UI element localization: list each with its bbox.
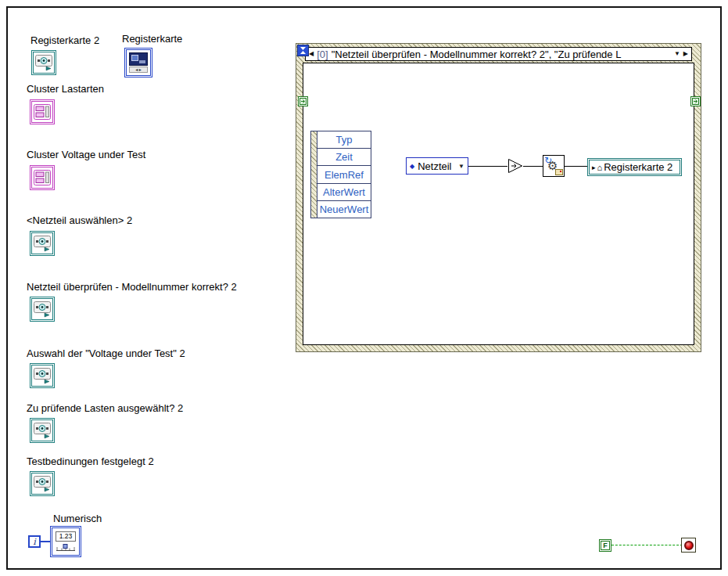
event-data-field[interactable]: Typ: [317, 131, 371, 148]
wire[interactable]: [41, 541, 50, 542]
tab-control-glyph-icon: [33, 235, 52, 252]
dropdown-arrow-icon[interactable]: ▼: [458, 163, 464, 170]
mini-document-icon: [555, 169, 563, 175]
dynamic-event-terminal-right[interactable]: [690, 96, 701, 106]
event-structure[interactable]: ◀ [0] "Netzteil überprüfen - Modellnumme…: [296, 43, 701, 352]
wire[interactable]: [523, 166, 543, 167]
cluster-glyph-icon: [33, 169, 52, 186]
tab-control-constant-icon[interactable]: ◂ ▸: [124, 48, 152, 77]
boolean-false-constant[interactable]: F: [599, 539, 611, 552]
event-terminal-glyph-icon: [299, 98, 307, 105]
wire[interactable]: [565, 166, 587, 167]
terminal-label: Netzteil überprüfen - Modellnummer korre…: [27, 281, 237, 293]
case-dropdown-icon[interactable]: ▼: [674, 51, 680, 57]
tab-control-glyph-icon: [34, 54, 53, 71]
wire[interactable]: [611, 545, 683, 545]
local-variable-registerkarte-2[interactable]: ▸ ⌂ Registerkarte 2: [587, 158, 682, 176]
next-case-arrow-icon[interactable]: ▶: [683, 51, 688, 57]
tab-control-glyph-icon: [33, 301, 52, 318]
tab-control-glyph-icon: [33, 475, 52, 492]
event-data-field[interactable]: Zeit: [317, 148, 371, 165]
tab-page-terminal-icon[interactable]: [30, 297, 55, 322]
stop-button-terminal[interactable]: [681, 538, 696, 553]
terminal-label: Cluster Lastarten: [27, 83, 104, 95]
prev-case-arrow-icon[interactable]: ◀: [309, 51, 314, 57]
tab-page-terminal-icon[interactable]: [30, 363, 55, 388]
timeout-terminal-icon[interactable]: [297, 45, 309, 56]
event-data-field[interactable]: NeuerWert: [317, 200, 371, 218]
enum-constant-label: Netzteil: [418, 160, 451, 172]
terminal-label: Registerkarte: [122, 33, 182, 45]
hourglass-icon: [299, 46, 307, 55]
wire[interactable]: [468, 166, 507, 167]
slider-glyph-icon: [55, 543, 77, 553]
terminal-label: Zu prüfende Lasten ausgewählt? 2: [27, 402, 183, 414]
event-terminal-glyph-icon: [692, 98, 699, 105]
write-arrow-icon: ▸: [592, 164, 596, 171]
tab-page-terminal-icon[interactable]: [30, 471, 55, 496]
local-variable-label: Registerkarte 2: [604, 161, 672, 173]
cluster-terminal-icon[interactable]: [30, 99, 55, 124]
conversion-node[interactable]: [507, 158, 523, 174]
event-case-title: "Netzteil überprüfen - Modellnummer korr…: [332, 49, 671, 60]
terminal-label: Auswahl der "Voltage under Test" 2: [27, 347, 185, 359]
cluster-terminal-icon[interactable]: [30, 165, 55, 190]
terminal-label: <Netzteil auswählen> 2: [27, 214, 132, 226]
event-data-node-handle[interactable]: [311, 131, 317, 218]
event-data-node[interactable]: Typ Zeit ElemRef AlterWert NeuerWert: [310, 131, 371, 218]
tab-control-glyph-icon: [33, 422, 52, 439]
numeric-value: 1.23: [56, 531, 76, 542]
tab-page-terminal-icon[interactable]: [30, 231, 55, 256]
local-variable-icon: ⌂: [597, 163, 603, 172]
event-data-field[interactable]: ElemRef: [317, 165, 371, 182]
terminal-label: Testbedinungen festgelegt 2: [27, 455, 154, 467]
numeric-indicator-icon[interactable]: 1.23: [50, 526, 81, 557]
tab-arrows-glyph-icon: ◂ ▸: [129, 67, 148, 73]
stop-button-icon: [684, 541, 694, 550]
terminal-label: Registerkarte 2: [30, 34, 99, 46]
tab-page-terminal-icon[interactable]: [30, 418, 55, 443]
loop-iteration-terminal[interactable]: i: [28, 535, 41, 548]
terminal-label: Numerisch: [53, 513, 102, 524]
terminal-label: Cluster Voltage under Test: [27, 149, 145, 160]
cluster-glyph-icon: [33, 103, 52, 121]
subvi-icon[interactable]: ↻ ⚙: [543, 155, 565, 177]
dynamic-event-terminal-left[interactable]: [298, 96, 308, 106]
event-case-index: [0]: [317, 49, 328, 60]
tab-preview-glyph-icon: [129, 52, 148, 66]
enum-glyph-icon: ◆: [410, 163, 414, 170]
event-selector-label[interactable]: ◀ [0] "Netzteil überprüfen - Modellnumme…: [305, 47, 692, 61]
event-data-field[interactable]: AlterWert: [317, 183, 371, 200]
enum-constant[interactable]: ◆ Netzteil ▼: [406, 157, 468, 175]
tab-control-glyph-icon: [33, 367, 52, 384]
tab-control-terminal-icon[interactable]: [31, 50, 56, 75]
